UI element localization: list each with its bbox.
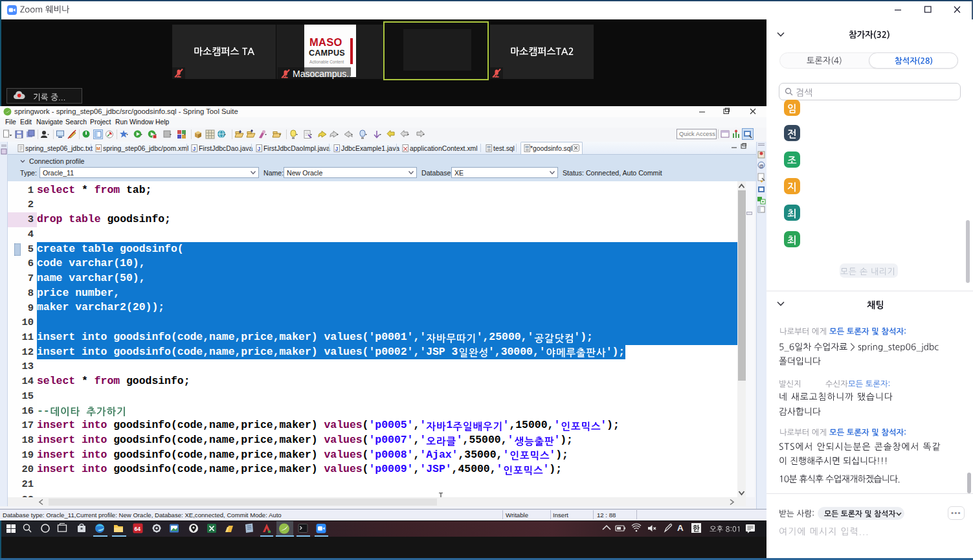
svg-text:64: 64: [135, 526, 141, 532]
svg-text:J: J: [258, 146, 261, 152]
svg-text:M: M: [96, 146, 100, 151]
svg-text:J: J: [335, 146, 339, 152]
svg-text:@: @: [759, 164, 764, 168]
svg-text:J: J: [193, 146, 196, 152]
